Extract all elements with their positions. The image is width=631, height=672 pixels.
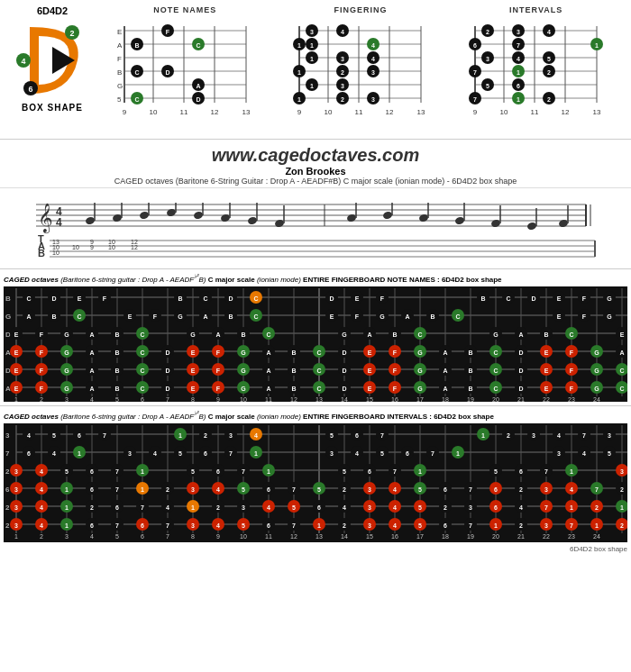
svg-text:C: C (417, 331, 422, 338)
svg-text:2: 2 (343, 486, 346, 493)
svg-text:4: 4 (393, 522, 397, 529)
svg-text:12: 12 (131, 244, 138, 250)
svg-text:6: 6 (317, 504, 321, 511)
svg-text:4: 4 (267, 504, 270, 511)
svg-text:3: 3 (342, 56, 345, 62)
svg-text:C: C (569, 331, 573, 338)
svg-text:3: 3 (368, 522, 371, 529)
svg-text:1: 1 (78, 450, 81, 457)
svg-text:14: 14 (341, 396, 348, 402)
svg-text:7: 7 (582, 432, 586, 439)
svg-text:2: 2 (519, 522, 523, 529)
svg-text:23: 23 (568, 533, 575, 540)
svg-text:1: 1 (570, 468, 573, 475)
svg-text:C: C (140, 368, 144, 374)
svg-text:6: 6 (141, 522, 144, 529)
d-shape-container: 6D4D2 2 4 6 BOX SHAPE (7, 5, 97, 113)
svg-text:1: 1 (570, 504, 573, 511)
svg-text:F: F (216, 350, 221, 356)
svg-text:6: 6 (141, 533, 144, 540)
svg-text:F: F (40, 350, 44, 356)
svg-text:1: 1 (65, 522, 69, 529)
svg-text:6: 6 (355, 432, 359, 439)
svg-text:1: 1 (14, 533, 18, 540)
svg-text:A: A (5, 349, 11, 357)
svg-text:2: 2 (620, 522, 624, 529)
svg-text:B: B (430, 313, 434, 320)
svg-text:12: 12 (562, 108, 570, 116)
svg-text:G: G (190, 331, 196, 338)
svg-text:E: E (330, 313, 334, 320)
svg-text:13: 13 (316, 396, 323, 402)
fingerboard-notes-title: CAGED octaves (Baritone 6-string guitar … (4, 272, 627, 285)
svg-text:B: B (38, 248, 45, 259)
svg-text:B: B (114, 350, 119, 356)
svg-text:5: 5 (317, 486, 321, 493)
svg-text:5: 5 (418, 522, 422, 529)
svg-text:2: 2 (204, 432, 207, 439)
svg-text:4: 4 (343, 504, 346, 511)
svg-text:11: 11 (265, 533, 272, 540)
svg-text:C: C (316, 368, 321, 374)
svg-text:D: D (531, 295, 535, 302)
svg-text:3: 3 (372, 69, 376, 76)
svg-text:3: 3 (372, 96, 376, 103)
svg-text:5: 5 (418, 504, 422, 511)
svg-text:F: F (380, 295, 385, 302)
svg-text:4: 4 (254, 432, 258, 439)
svg-text:F: F (117, 55, 122, 63)
svg-text:3: 3 (517, 29, 520, 35)
svg-text:C: C (77, 313, 81, 320)
svg-text:10: 10 (240, 396, 247, 402)
chord-title: 6D4D2 (37, 5, 68, 16)
svg-text:A: A (89, 350, 94, 356)
svg-text:4: 4 (372, 42, 376, 49)
svg-text:3: 3 (544, 522, 548, 529)
svg-text:4: 4 (519, 504, 523, 511)
svg-text:19: 19 (467, 396, 474, 402)
svg-text:B: B (114, 331, 119, 338)
svg-text:F: F (393, 368, 398, 374)
svg-text:G: G (342, 331, 347, 338)
svg-text:G: G (5, 313, 11, 321)
svg-text:F: F (40, 386, 44, 392)
svg-point-178 (490, 219, 501, 228)
svg-text:3: 3 (486, 56, 489, 62)
svg-text:17: 17 (416, 396, 424, 402)
svg-text:4: 4 (342, 29, 345, 35)
svg-text:B: B (468, 368, 472, 374)
svg-text:3: 3 (14, 504, 18, 511)
svg-text:7: 7 (517, 42, 520, 49)
fingering-fretboard: 3 4 1 1 4 1 3 4 1 2 3 1 3 1 2 3 9 (290, 17, 430, 125)
svg-text:3: 3 (128, 450, 132, 457)
svg-text:6: 6 (141, 396, 144, 402)
svg-text:3: 3 (557, 450, 561, 457)
svg-text:E: E (557, 313, 562, 320)
svg-text:E: E (191, 350, 196, 356)
svg-text:11: 11 (355, 108, 363, 116)
svg-text:1: 1 (65, 486, 69, 493)
svg-text:B: B (178, 295, 182, 302)
svg-text:E: E (355, 295, 360, 302)
svg-text:B: B (134, 42, 139, 49)
svg-text:C: C (316, 386, 321, 392)
svg-text:B: B (241, 331, 245, 338)
music-notation-svg: 𝄞 4 4 (0, 188, 631, 268)
svg-text:C: C (493, 386, 498, 392)
svg-text:D: D (196, 96, 200, 103)
svg-text:9: 9 (123, 108, 127, 116)
svg-text:A: A (203, 313, 207, 320)
svg-text:G: G (241, 386, 246, 392)
svg-text:1: 1 (481, 432, 485, 439)
fingering-diagram: FINGERING 3 4 1 1 (290, 5, 430, 125)
svg-text:A: A (405, 313, 409, 320)
svg-text:4: 4 (547, 29, 551, 35)
svg-text:C: C (134, 96, 139, 103)
svg-text:E: E (368, 368, 372, 374)
svg-text:G: G (241, 350, 246, 356)
svg-text:10: 10 (325, 108, 333, 116)
svg-text:4: 4 (90, 533, 94, 540)
svg-text:B: B (392, 331, 397, 338)
svg-text:B: B (291, 386, 296, 392)
svg-text:G: G (380, 313, 385, 320)
